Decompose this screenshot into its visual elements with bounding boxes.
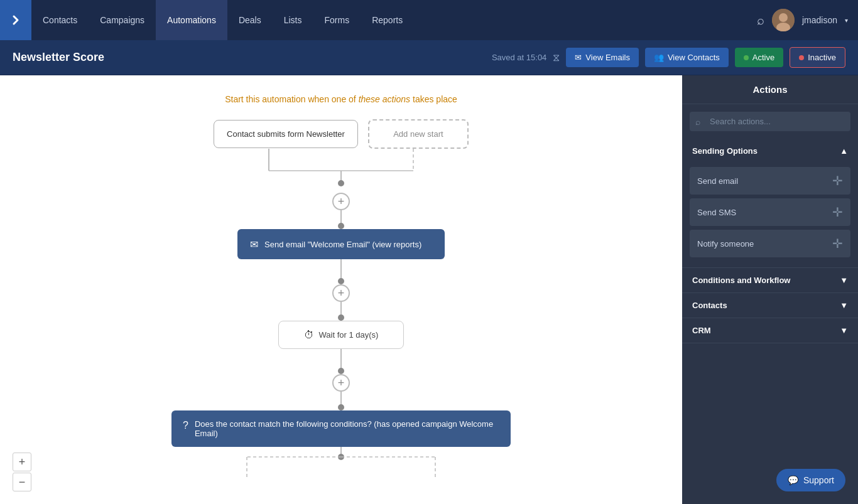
view-emails-label: View Emails [585, 53, 630, 62]
notify-someone-label: Notify someone [697, 239, 754, 249]
nav-logo[interactable] [0, 0, 31, 40]
active-button[interactable]: Active [735, 48, 783, 67]
support-label: Support [803, 475, 834, 485]
merge-connector [197, 149, 486, 193]
sidebar-section-sending: Sending Options ▲ Send email ✛ Send SMS … [682, 139, 858, 268]
nav-link-contacts[interactable]: Contacts [31, 0, 89, 40]
zoom-in-button[interactable]: + [13, 453, 31, 471]
conditions-header[interactable]: Conditions and Workflow ▼ [682, 268, 858, 292]
canvas-title-text: Start this automation when one of [225, 94, 356, 104]
action-notify-someone[interactable]: Notify someone ✛ [690, 230, 850, 257]
main-layout: + − Start this automation when one of th… [0, 75, 858, 504]
inactive-button[interactable]: Inactive [790, 47, 845, 68]
automation-flow: Start this automation when one of these … [13, 94, 670, 482]
add-step-button-1[interactable]: + [332, 193, 350, 210]
sidebar-section-conditions: Conditions and Workflow ▼ [682, 268, 858, 293]
sending-options-label: Sending Options [692, 146, 758, 156]
sending-options-chevron-up: ▲ [840, 146, 848, 156]
search-input[interactable] [690, 112, 850, 131]
nav-link-automations[interactable]: Automations [156, 0, 227, 40]
svg-point-1 [779, 13, 788, 22]
node-send-email[interactable]: ✉ Send email "Welcome Email" (view repor… [237, 229, 445, 259]
username-label[interactable]: jmadison [802, 15, 837, 25]
conditions-chevron-down: ▼ [840, 276, 848, 285]
inactive-dot [799, 55, 804, 60]
connector-line-2 [340, 259, 342, 278]
saved-text: Saved at 15:04 [492, 53, 546, 62]
search-icon: ⌕ [695, 117, 700, 127]
connector-after-wait: + [332, 349, 350, 410]
support-button[interactable]: 💬 Support [776, 469, 845, 491]
trigger-newsletter[interactable]: Contact submits form Newsletter [214, 120, 358, 148]
sending-options-content: Send email ✛ Send SMS ✛ Notify someone ✛ [682, 163, 858, 267]
top-nav: Contacts Campaigns Automations Deals Lis… [0, 0, 858, 40]
action-send-sms[interactable]: Send SMS ✛ [690, 198, 850, 226]
view-emails-button[interactable]: ✉ View Emails [566, 48, 639, 67]
add-after-triggers: + [332, 193, 350, 229]
active-dot [744, 55, 749, 60]
nav-link-campaigns[interactable]: Campaigns [89, 0, 156, 40]
nav-links: Contacts Campaigns Automations Deals Lis… [31, 0, 757, 40]
canvas-title-end: takes place [413, 94, 457, 104]
avatar [772, 9, 795, 31]
connector-line-3 [340, 302, 342, 314]
view-contacts-button[interactable]: 👥 View Contacts [645, 48, 729, 67]
connector-dot-1 [338, 223, 344, 229]
svg-point-7 [338, 180, 344, 186]
inactive-label: Inactive [808, 53, 836, 62]
contacts-icon: 👥 [654, 53, 664, 62]
crm-header[interactable]: CRM ▼ [682, 318, 858, 343]
nav-link-reports[interactable]: Reports [361, 0, 414, 40]
automation-canvas[interactable]: + − Start this automation when one of th… [0, 75, 682, 504]
crm-label: CRM [692, 326, 711, 335]
add-step-button-3[interactable]: + [332, 374, 350, 392]
canvas-title: Start this automation when one of these … [225, 94, 457, 104]
contacts-header[interactable]: Contacts ▼ [682, 293, 858, 318]
send-email-label: Send email [697, 176, 738, 186]
send-sms-add-icon[interactable]: ✛ [832, 205, 843, 220]
add-new-start-button[interactable]: Add new start [368, 119, 469, 149]
zoom-out-button[interactable]: − [13, 473, 31, 491]
action-send-email[interactable]: Send email ✛ [690, 167, 850, 195]
sending-options-header[interactable]: Sending Options ▲ [682, 139, 858, 163]
active-label: Active [752, 53, 774, 62]
connector-line-1 [340, 210, 342, 223]
clock-icon: ⏱ [304, 330, 314, 341]
search-icon[interactable]: ⌕ [757, 13, 764, 28]
connector-after-email: + [332, 259, 350, 321]
node-condition-label: Does the contact match the following con… [195, 419, 499, 438]
nav-right: ⌕ jmadison ▾ [757, 9, 858, 31]
add-step-button-2[interactable]: + [332, 284, 350, 302]
canvas-title-highlight: these actions [359, 94, 411, 104]
node-condition[interactable]: ? Does the contact match the following c… [171, 410, 511, 447]
support-chat-icon: 💬 [788, 475, 798, 485]
notify-someone-add-icon[interactable]: ✛ [832, 236, 843, 251]
triggers-row: Contact submits form Newsletter Add new … [214, 119, 469, 149]
nav-link-lists[interactable]: Lists [273, 0, 313, 40]
connector-dot-4 [338, 368, 344, 374]
node-wait-label: Wait for 1 day(s) [319, 330, 379, 340]
sidebar-section-contacts: Contacts ▼ [682, 293, 858, 318]
page-title: Newsletter Score [13, 51, 492, 64]
connector-dot-5 [338, 404, 344, 410]
zoom-controls: + − [13, 453, 31, 491]
username-dropdown-icon[interactable]: ▾ [845, 17, 848, 24]
branch-connector [171, 447, 511, 482]
email-icon: ✉ [575, 53, 582, 62]
nav-link-deals[interactable]: Deals [227, 0, 273, 40]
send-sms-label: Send SMS [697, 208, 736, 217]
view-contacts-label: View Contacts [668, 53, 720, 62]
sidebar: Actions ⌕ Sending Options ▲ Send email ✛… [682, 75, 858, 504]
sub-header: Newsletter Score Saved at 15:04 ⧖ ✉ View… [0, 40, 858, 75]
node-wait[interactable]: ⏱ Wait for 1 day(s) [278, 321, 404, 349]
conditions-label: Conditions and Workflow [692, 276, 790, 285]
nav-link-forms[interactable]: Forms [313, 0, 361, 40]
send-email-add-icon[interactable]: ✛ [832, 173, 843, 188]
sidebar-header: Actions [682, 75, 858, 104]
connector-line-5 [340, 392, 342, 404]
history-icon[interactable]: ⧖ [553, 52, 560, 63]
connector-dot-2 [338, 278, 344, 284]
sidebar-search: ⌕ [690, 112, 850, 131]
condition-icon: ? [183, 420, 188, 431]
node-email-label: Send email "Welcome Email" (view reports… [264, 240, 421, 249]
